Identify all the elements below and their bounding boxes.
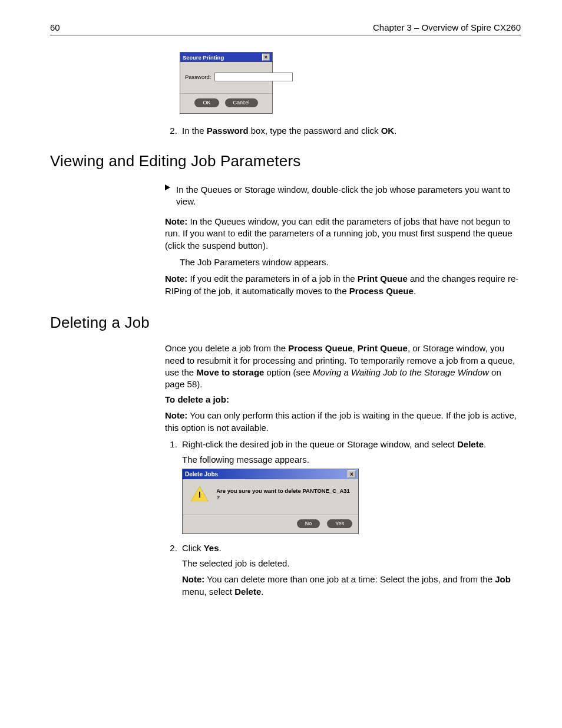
dialog-title: Delete Jobs <box>185 471 218 477</box>
password-label: Password: <box>185 74 211 80</box>
page-number: 60 <box>50 22 60 32</box>
triangle-bullet-icon <box>165 185 170 190</box>
body-text: The selected job is deleted. <box>182 558 521 569</box>
step-item: Click Yes. The selected job is deleted. … <box>180 542 521 598</box>
delete-jobs-dialog: Delete Jobs × ! Are you sure you want to… <box>182 469 359 534</box>
page-header: 60 Chapter 3 – Overview of Spire CX260 <box>50 22 521 35</box>
bullet-text: In the Queues or Storage window, double-… <box>176 184 521 208</box>
section-heading: Deleting a Job <box>50 314 521 332</box>
dialog-title: Secure Printing <box>183 54 224 61</box>
warning-icon: ! <box>191 486 208 503</box>
secure-printing-dialog: Secure Printing × Password: OK Cancel <box>180 52 273 114</box>
yes-button[interactable]: Yes <box>327 519 352 528</box>
note: Note: If you edit the parameters in of a… <box>165 273 521 297</box>
note: Note: You can only perform this action i… <box>165 410 521 434</box>
note: Note: In the Queues window, you can edit… <box>165 216 521 252</box>
close-icon[interactable]: × <box>262 54 270 61</box>
body-text: The following message appears. <box>182 454 521 466</box>
step-item: Right-click the desired job in the queue… <box>180 439 521 534</box>
ok-button[interactable]: OK <box>194 98 219 107</box>
subheading: To delete a job: <box>165 394 521 406</box>
body-text: Once you delete a job from the Process Q… <box>165 342 521 390</box>
cancel-button[interactable]: Cancel <box>225 98 258 107</box>
password-input[interactable] <box>214 73 293 81</box>
section-heading: Viewing and Editing Job Parameters <box>50 152 521 170</box>
dialog-titlebar: Delete Jobs × <box>183 469 358 479</box>
close-icon[interactable]: × <box>348 470 356 478</box>
dialog-message: Are you sure you want to delete PANTONE_… <box>216 486 351 500</box>
chapter-label: Chapter 3 – Overview of Spire CX260 <box>373 22 521 32</box>
step-list: Right-click the desired job in the queue… <box>165 439 521 598</box>
step-list: In the Password box, type the password a… <box>165 126 521 136</box>
no-button[interactable]: No <box>297 519 320 528</box>
body-text: The Job Parameters window appears. <box>180 256 521 268</box>
note: Note: You can delete more than one job a… <box>182 574 521 598</box>
step-item: In the Password box, type the password a… <box>180 126 521 136</box>
dialog-titlebar: Secure Printing × <box>180 52 272 62</box>
